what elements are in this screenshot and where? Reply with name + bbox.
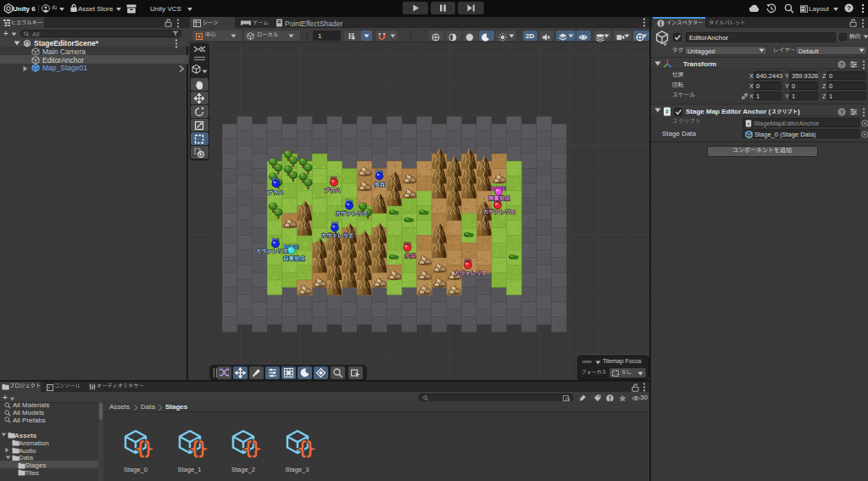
svg-text:#: # [747,120,749,126]
svg-text:?: ? [847,4,851,12]
svg-text:?: ? [840,109,844,116]
svg-text:#: # [665,109,669,115]
svg-text:?: ? [840,61,844,69]
svg-text:{}: {} [750,133,753,138]
